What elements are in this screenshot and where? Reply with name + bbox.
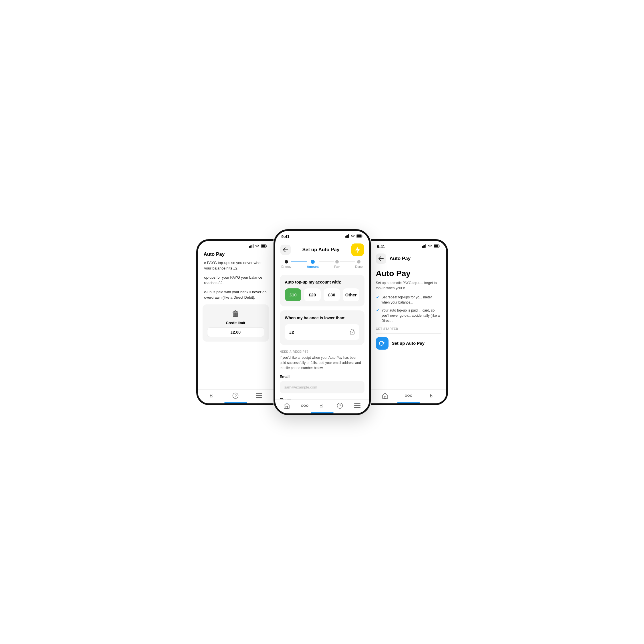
left-credit-card: 🗑 Credit limit £2.00 [203,304,269,342]
svg-text:£: £ [430,393,433,399]
receipt-section-label: NEED A RECEIPT? [280,350,364,353]
bolt-button[interactable] [351,243,364,256]
svg-rect-14 [347,235,348,238]
nav-icon-pound-center[interactable]: £ [320,403,325,409]
svg-text:£: £ [210,393,213,399]
svg-rect-13 [346,235,347,238]
svg-rect-38 [434,245,438,247]
connector-energy-amount [291,261,307,262]
svg-rect-33 [422,246,423,248]
receipt-section: NEED A RECEIPT? If you'd like a receipt … [275,349,369,407]
svg-rect-10 [256,395,262,396]
nav-icon-menu-center[interactable] [354,403,360,408]
step-label-energy: Energy [282,265,292,268]
nav-icon-menu-left[interactable] [256,393,262,398]
get-started-label: GET STARTED [376,327,441,330]
svg-text:£: £ [320,403,323,409]
status-icons-left [249,244,267,249]
cta-label: Set up Auto Pay [392,341,425,346]
svg-text:?: ? [339,404,341,408]
right-description: Set up automatic PAYG top-u... forget to… [376,280,441,291]
svg-text:?: ? [235,394,237,398]
signal-icon-left [249,244,253,249]
nav-bar-right: £ [371,389,446,403]
left-body-text2: op-ups for your PAYG your balance reache… [204,275,267,286]
amount-10-button[interactable]: £10 [285,288,302,301]
amount-other-button[interactable]: Other [343,288,359,301]
nav-icon-pound-right[interactable]: £ [429,393,435,399]
svg-point-24 [306,405,308,407]
left-title: Auto Pay [204,251,225,257]
step-dot-pay [335,260,339,263]
svg-rect-11 [256,397,262,398]
nav-icon-home-center[interactable] [284,403,290,409]
lock-icon [350,328,355,336]
step-energy: Energy [282,260,292,268]
svg-rect-15 [348,234,349,238]
left-body-text1: c PAYG top-ups so you never when your ba… [204,260,267,271]
phone-left: 9:41 Auto Pay c PAYG top-ups so you neve… [196,239,274,405]
trash-icon[interactable]: 🗑 [232,309,240,318]
step-dot-done [357,260,360,263]
right-main-title: Auto Pay [376,269,441,278]
balance-input-row: £2 [285,324,359,340]
back-button-center[interactable] [280,245,291,255]
email-placeholder: sam@example.com [284,385,317,389]
wifi-icon-right [428,244,432,249]
nav-icon-activity-center[interactable] [301,403,308,408]
nav-bar-left: £ ? [198,389,274,403]
status-time-right: 9:41 [377,244,385,249]
battery-icon-right [434,244,440,249]
svg-point-41 [405,395,407,397]
amount-30-button[interactable]: £30 [324,288,340,301]
status-time-center: 9:41 [282,234,290,239]
svg-rect-30 [354,403,360,404]
battery-icon-left [261,244,267,249]
svg-point-42 [408,395,409,397]
wifi-icon-center [350,234,355,239]
nav-icon-pound-left[interactable]: £ [209,393,215,399]
svg-rect-0 [249,246,250,248]
nav-indicator-center [311,412,334,413]
status-bar-center: 9:41 [275,231,369,241]
svg-rect-5 [261,245,265,247]
amount-20-button[interactable]: £20 [304,288,321,301]
balance-card: When my balance is lower than: £2 [280,310,364,345]
nav-icon-home-right[interactable] [382,393,388,399]
step-label-amount: Amount [307,265,319,268]
nav-bar-center: £ ? [275,399,369,413]
status-bar-left: 9:41 [198,241,274,250]
back-button-right[interactable] [376,253,386,264]
signal-icon-center [345,234,349,239]
svg-rect-36 [425,244,426,248]
nav-icon-help-center[interactable]: ? [337,403,343,409]
svg-point-20 [352,332,352,333]
svg-rect-31 [354,405,360,406]
scene: 9:41 Auto Pay c PAYG top-ups so you neve… [165,229,479,415]
battery-icon-center [356,234,363,239]
left-content: Auto Pay c PAYG top-ups so you never whe… [198,250,274,396]
left-body-text3: o-up is paid with your bank ll never go … [204,289,267,300]
status-icons-right [422,244,440,249]
right-header-title: Auto Pay [390,256,411,261]
step-dot-amount [311,260,315,264]
setup-autopay-button[interactable]: Set up Auto Pay [376,337,441,350]
topup-card: Auto top-up my account with: £10 £20 £30… [280,275,364,306]
step-amount: Amount [307,260,319,268]
nav-icon-help-left[interactable]: ? [232,393,239,399]
connector-amount-pay [319,261,334,262]
svg-rect-1 [250,245,251,248]
svg-point-22 [301,405,303,407]
svg-rect-32 [354,407,360,408]
status-icons-center [345,234,363,239]
step-label-done: Done [355,265,362,268]
topup-card-title: Auto top-up my account with: [285,280,359,284]
step-done: Done [355,260,362,268]
credit-limit-label: Credit limit [226,321,245,325]
email-input[interactable]: sam@example.com [280,381,364,393]
autopay-icon-box [376,337,389,350]
svg-rect-9 [256,393,262,394]
check-item-1: ✓ Set repeat top-ups for yo... meter whe… [376,295,441,305]
divider-line [376,333,441,334]
nav-icon-activity-right[interactable] [405,393,412,398]
